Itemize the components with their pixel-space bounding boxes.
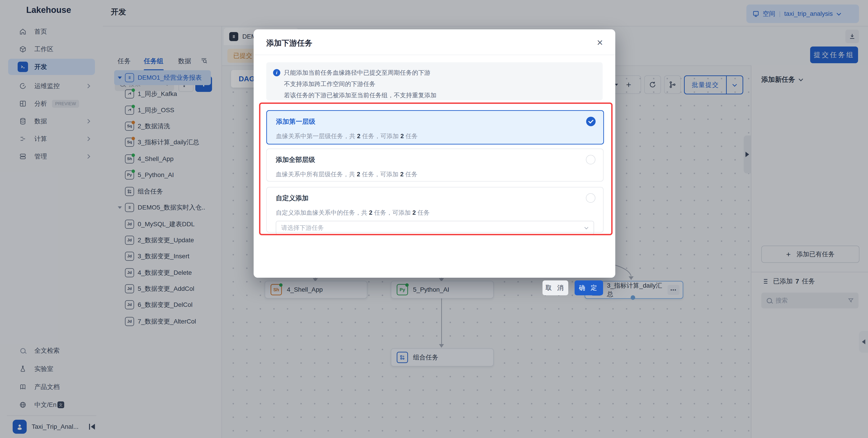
info-icon: i (273, 69, 280, 76)
select-placeholder: 请选择下游任务 (281, 224, 324, 232)
radio-icon[interactable] (586, 155, 595, 164)
chevron-down-icon (585, 226, 588, 229)
option-title: 自定义添加 (276, 194, 603, 203)
option-title: 添加全部层级 (276, 155, 603, 164)
option-add-all-levels[interactable]: 添加全部层级 血缘关系中所有层级任务，共 2 任务，可添加 2 任务 (266, 148, 603, 181)
option-desc: 血缘关系中所有层级任务，共 2 任务，可添加 2 任务 (276, 170, 603, 178)
option-title: 添加第一层级 (276, 117, 603, 126)
modal-header-divider (254, 55, 615, 55)
info-line: 若该任务的下游已被添加至当前任务组，不支持重复添加 (284, 91, 602, 99)
radio-checked-icon[interactable] (586, 117, 596, 126)
info-box: i 只能添加当前任务血缘路径中已提交至周期任务的下游 不支持添加跨工作空间的下游… (266, 62, 602, 100)
info-line: 只能添加当前任务血缘路径中已提交至周期任务的下游 (284, 69, 430, 77)
downstream-task-select[interactable]: 请选择下游任务 (276, 221, 594, 235)
option-desc: 血缘关系中第一层级任务，共 2 任务，可添加 2 任务 (276, 132, 603, 140)
modal-title: 添加下游任务 (266, 38, 312, 48)
option-add-first-level[interactable]: 添加第一层级 血缘关系中第一层级任务，共 2 任务，可添加 2 任务 (266, 110, 604, 144)
add-downstream-modal: 添加下游任务 × i 只能添加当前任务血缘路径中已提交至周期任务的下游 不支持添… (254, 29, 615, 278)
info-line: 不支持添加跨工作空间的下游任务 (284, 80, 602, 88)
cancel-button[interactable]: 取 消 (542, 280, 568, 295)
close-icon[interactable]: × (593, 35, 607, 50)
option-desc: 自定义添加血缘关系中的任务，共 2 任务，可添加 2 任务 (276, 209, 603, 217)
option-custom-add[interactable]: 自定义添加 自定义添加血缘关系中的任务，共 2 任务，可添加 2 任务 请选择下… (266, 187, 603, 233)
app-root: 开发 空间 | taxi_trip_analysis Lakehouse 首页 … (0, 0, 868, 438)
radio-icon[interactable] (586, 193, 595, 203)
confirm-button[interactable]: 确 定 (575, 280, 603, 295)
